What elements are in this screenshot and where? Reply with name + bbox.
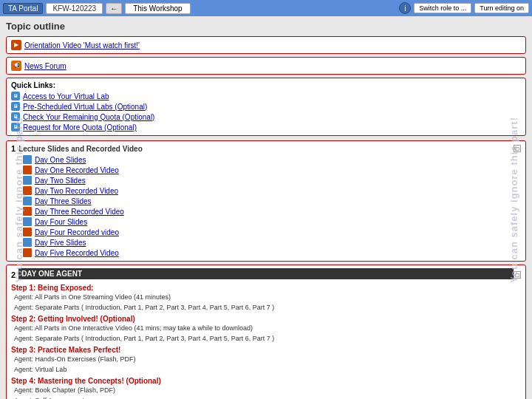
quick-links-item-4: 🖥 Request for More Quota (Optional) bbox=[11, 122, 521, 132]
orientation-icon: ▶ bbox=[11, 40, 21, 50]
turn-editing-button[interactable]: Turn editing on bbox=[474, 3, 529, 13]
step1-header: Step 1: Being Exposed: bbox=[11, 284, 521, 292]
quota-icon: 🖥 bbox=[11, 112, 20, 121]
day2-video-icon bbox=[23, 186, 32, 195]
module1-title: Lecture Slides and Recorded Video bbox=[18, 145, 143, 153]
quota-link[interactable]: Check Your Remaining Quota (Optional) bbox=[23, 113, 154, 121]
step3-header: Step 3: Practice Makes Perfect! bbox=[11, 346, 521, 354]
day4-video-icon bbox=[23, 228, 32, 236]
day4-slides[interactable]: Day Four Slides bbox=[11, 216, 521, 227]
step2-item1: Agent: All Parts in One Interactive Vide… bbox=[11, 324, 521, 334]
announcements-section: 📢 News Forum bbox=[6, 57, 526, 75]
module1-section: 1 Lecture Slides and Recorded Video □ Da… bbox=[6, 140, 526, 262]
lab-icon: 🖥 bbox=[11, 92, 20, 100]
day5-video[interactable]: Day Five Recorded Video bbox=[11, 248, 521, 258]
step4-header: Step 4: Mastering the Concepts! (Optiona… bbox=[11, 377, 521, 385]
quick-links-item-2: 🖥 Pre-Scheduled Virtual Labs (Optional) bbox=[11, 101, 521, 112]
day5-slides-icon bbox=[23, 238, 32, 247]
more-quota-icon: 🖥 bbox=[11, 123, 20, 132]
day5-slides[interactable]: Day Five Slides bbox=[11, 237, 521, 248]
day1-video-icon bbox=[23, 166, 32, 174]
pre-sched-link[interactable]: Pre-Scheduled Virtual Labs (Optional) bbox=[23, 103, 147, 111]
day4-video[interactable]: Day Four Recorded video bbox=[11, 227, 521, 237]
switch-role-button[interactable]: Switch role to ... bbox=[414, 3, 471, 13]
day3-slides[interactable]: Day Three Slides bbox=[11, 196, 521, 206]
virtual-lab-link[interactable]: Access to Your Virtual Lab bbox=[23, 92, 109, 100]
day5-video-icon bbox=[23, 248, 32, 257]
day3-video-icon bbox=[23, 207, 32, 216]
top-bar: TA Portal KFW-120223 ← This Workshop i S… bbox=[0, 0, 532, 16]
module1-items: Day One Slides Day One Recorded Video Da… bbox=[11, 154, 521, 258]
ta-portal-button[interactable]: TA Portal bbox=[3, 3, 43, 14]
page-title: Topic outline bbox=[6, 21, 526, 32]
step4-item2: Agent: Self Assessment: bbox=[11, 396, 521, 400]
course-id-button[interactable]: KFW-120223 bbox=[46, 3, 103, 14]
quick-links-section: Quick Links: 🖥 Access to Your Virtual La… bbox=[6, 78, 526, 136]
top-bar-right: i Switch role to ... Turn editing on bbox=[399, 2, 529, 14]
quick-links-title: Quick Links: bbox=[11, 81, 521, 89]
step3-item1: Agent: Hands-On Exercises (Flash, PDF) bbox=[11, 355, 521, 365]
content-area: Topic outline ▶ Orientation Video 'Must … bbox=[0, 16, 532, 399]
day2-video[interactable]: Day Two Recorded Video bbox=[11, 185, 521, 196]
info-button[interactable]: i bbox=[399, 2, 411, 14]
step2-header: Step 2: Getting Involved! (Optional) bbox=[11, 315, 521, 323]
step1-item2: Agent: Separate Parts ( Introduction, Pa… bbox=[11, 303, 521, 313]
day1-slides-icon bbox=[23, 155, 32, 164]
day3-slides-icon bbox=[23, 197, 32, 205]
day4-slides-icon bbox=[23, 217, 32, 226]
workshop-button[interactable]: This Workshop bbox=[125, 3, 191, 14]
day3-video[interactable]: Day Three Recorded Video bbox=[11, 206, 521, 216]
module1-num: 1 bbox=[11, 144, 16, 153]
more-quota-link[interactable]: Request for More Quota (Optional) bbox=[23, 123, 137, 132]
pre-sched-icon: 🖥 bbox=[11, 102, 20, 111]
module2-title: DAY ONE AGENT bbox=[18, 268, 514, 279]
quick-links-item-3: 🖥 Check Your Remaining Quota (Optional) bbox=[11, 112, 521, 122]
orientation-section: ▶ Orientation Video 'Must watch first!' bbox=[6, 36, 526, 54]
day2-slides-icon bbox=[23, 176, 32, 185]
step2-item2: Agent: Separate Parts ( Introduction, Pa… bbox=[11, 334, 521, 344]
day2-slides[interactable]: Day Two Slides bbox=[11, 175, 521, 185]
step1-item1: Agent: All Parts in One Streaming Video … bbox=[11, 293, 521, 303]
main-content: Topic outline ▶ Orientation Video 'Must … bbox=[0, 16, 532, 399]
news-icon: 📢 bbox=[11, 61, 21, 71]
quick-links-item-1: 🖥 Access to Your Virtual Lab bbox=[11, 91, 521, 101]
module2-section: 2 DAY ONE AGENT □ Step 1: Being Exposed:… bbox=[6, 265, 526, 399]
module2-num: 2 bbox=[11, 270, 16, 279]
step3-item2: Agent: Virtual Lab bbox=[11, 365, 521, 375]
orientation-link[interactable]: Orientation Video 'Must watch first!' bbox=[24, 41, 140, 50]
day1-slides[interactable]: Day One Slides bbox=[11, 154, 521, 165]
day1-video[interactable]: Day One Recorded Video bbox=[11, 165, 521, 175]
back-arrow-button[interactable]: ← bbox=[106, 3, 122, 14]
news-forum-link[interactable]: News Forum bbox=[24, 62, 66, 70]
step4-item1: Agent: Book Chapter (Flash, PDF) bbox=[11, 386, 521, 396]
module1-expand-button[interactable]: □ bbox=[514, 145, 521, 152]
module2-expand-button[interactable]: □ bbox=[514, 271, 521, 279]
